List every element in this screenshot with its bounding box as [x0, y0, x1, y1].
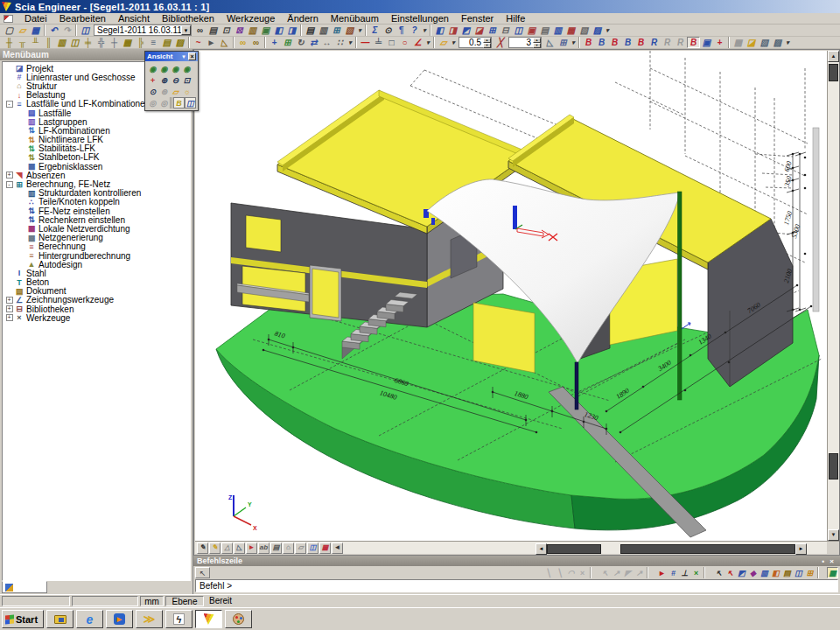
toolbar-button[interactable]: ↷: [60, 24, 74, 36]
scroll-thumb[interactable]: [829, 453, 838, 480]
toolbar-button[interactable]: ∷: [333, 37, 346, 48]
count-spinner[interactable]: 3 ▲▼: [508, 37, 542, 48]
toolbar-button[interactable]: R: [648, 37, 661, 48]
panel-close-icon[interactable]: ×: [827, 557, 836, 565]
snap-tool-button[interactable]: ╲: [554, 567, 565, 578]
viewport-tool-button[interactable]: ▦: [319, 542, 331, 554]
snap-tool-button[interactable]: ◩: [736, 567, 747, 578]
snap-tool-button[interactable]: ⊞: [804, 567, 816, 578]
toolbar-button[interactable]: ◫: [68, 37, 81, 48]
toolbar-button[interactable]: ⊞: [556, 37, 570, 48]
toolbar-button[interactable]: ▤: [160, 37, 173, 48]
scroll-left-icon[interactable]: ◄: [536, 543, 547, 555]
toolbar-button[interactable]: ▣: [525, 24, 538, 36]
toolbar-button[interactable]: ╫: [3, 37, 16, 48]
panel-tab[interactable]: [2, 581, 47, 593]
toolbar-button[interactable]: ◫: [512, 24, 525, 36]
snap-tool-button[interactable]: ╲: [542, 567, 554, 578]
tree-item[interactable]: ⇅ Nichtlineare LFK: [3, 136, 190, 144]
toolbar-button[interactable]: ▾: [424, 37, 431, 48]
vertical-scrollbar[interactable]: ▲ ▼: [827, 51, 839, 541]
taskbar-quick-switch[interactable]: ≫: [136, 610, 163, 628]
toolbar-button[interactable]: ▨: [591, 24, 604, 36]
toolbar-button[interactable]: ▨: [173, 37, 186, 48]
command-input[interactable]: Befehl >: [195, 579, 838, 592]
tree-item[interactable]: - ⊞ Berechnung, FE-Netz: [3, 179, 190, 188]
snap-tool-button[interactable]: ▦: [827, 567, 838, 578]
toolbar-button[interactable]: ~: [192, 37, 205, 48]
view-tool-button[interactable]: ◎: [158, 97, 170, 108]
tree-item[interactable]: + ∠ Zeichnungswerkzeuge: [3, 296, 190, 304]
toolbar-button[interactable]: ⊟: [499, 24, 512, 36]
tree-item[interactable]: ▲ Autodesign: [3, 260, 190, 269]
toolbar-button[interactable]: ▤: [538, 24, 551, 36]
toolbar-button[interactable]: ◪: [745, 37, 758, 48]
snap-tool-button[interactable]: ↖: [713, 567, 724, 578]
toolbar-button[interactable]: ▥: [317, 24, 330, 36]
toolbar-button[interactable]: ▣: [259, 24, 272, 36]
tree-item[interactable]: ▩ Netzgenerierung: [3, 234, 190, 242]
view-tool-button[interactable]: ◉: [158, 63, 170, 74]
snap-tool-button[interactable]: ×: [577, 567, 588, 578]
tree-item[interactable]: + ◥ Absenzen: [3, 171, 190, 179]
viewport-tool-button[interactable]: ◺: [234, 542, 245, 554]
toolbar-button[interactable]: ◧: [433, 24, 446, 36]
tree-item[interactable]: ⇅ Rechenkern einstellen: [3, 215, 190, 224]
toolbar-button[interactable]: B: [687, 37, 700, 48]
tree-item[interactable]: T Beton: [3, 278, 190, 287]
toolbar-button[interactable]: B: [634, 37, 648, 48]
toolbar-button[interactable]: ▱: [437, 37, 450, 48]
scroll-thumb[interactable]: [829, 64, 838, 81]
viewport-tool-button[interactable]: ⌂: [283, 542, 294, 554]
toolbar-button[interactable]: ∞: [249, 37, 262, 48]
toolbar-button[interactable]: ▾: [450, 37, 457, 48]
tree-item[interactable]: + × Werkzeuge: [3, 313, 190, 322]
viewport-tool-button[interactable]: △: [221, 542, 233, 554]
toolbar-button[interactable]: B: [595, 37, 608, 48]
scroll-thumb[interactable]: [547, 544, 601, 554]
toolbar-button[interactable]: ◨: [285, 24, 298, 36]
toolbar-button[interactable]: ▧: [758, 37, 771, 48]
snap-tool-button[interactable]: ×: [690, 567, 702, 578]
toolbar-button[interactable]: ▦: [564, 24, 578, 36]
toolbar-button[interactable]: ◺: [218, 37, 231, 48]
toolbar-button[interactable]: ▢: [3, 24, 16, 36]
toolbar-button[interactable]: ►: [205, 37, 218, 48]
viewport-tool-button[interactable]: ►: [246, 542, 257, 554]
viewport-tool-button[interactable]: ◄: [332, 542, 343, 554]
tree-item[interactable]: ▦ Ergebnisklassen: [3, 162, 190, 171]
toolbar-button[interactable]: ◨: [446, 24, 459, 36]
toolbar-button[interactable]: ⊞: [330, 24, 343, 36]
start-button[interactable]: Start: [2, 610, 44, 628]
toolbar-button[interactable]: ↔: [320, 37, 333, 48]
menu-item[interactable]: Ändern: [281, 13, 324, 24]
green-mast[interactable]: [678, 192, 682, 400]
view-tool-button[interactable]: ⊡: [181, 74, 192, 86]
toolbar-button[interactable]: —: [359, 37, 372, 48]
toolbar-button[interactable]: ▧: [578, 24, 591, 36]
toolbar-button[interactable]: ↻: [294, 37, 307, 48]
menu-item[interactable]: Einstellungen: [385, 13, 455, 24]
toolbar-button[interactable]: R: [674, 37, 687, 48]
toolbar-button[interactable]: ◧: [272, 24, 285, 36]
viewport-tool-button[interactable]: ab: [258, 542, 270, 554]
view-tool-button[interactable]: ◎: [147, 97, 158, 108]
toolbar-button[interactable]: ○: [398, 37, 411, 48]
scroll-right-icon[interactable]: ►: [795, 543, 807, 555]
scale-spinner[interactable]: 0.5 ▲▼: [458, 37, 492, 48]
toolbar-button[interactable]: ⊡: [220, 24, 233, 36]
menu-item[interactable]: Bibliotheken: [156, 13, 220, 24]
snap-tool-button[interactable]: #: [668, 567, 679, 578]
toolbar-button[interactable]: ╬: [94, 37, 108, 48]
snap-tool-button[interactable]: ▤: [781, 567, 793, 578]
viewport-tool-button[interactable]: ✎: [209, 542, 220, 554]
toolbar-button[interactable]: ▾: [421, 24, 428, 36]
snap-tool-button[interactable]: ⊥: [679, 567, 690, 578]
toolbar-button[interactable]: ◺: [543, 37, 556, 48]
toolbar-button[interactable]: ⊞: [281, 37, 294, 48]
toolbar-button[interactable]: ▥: [246, 24, 259, 36]
toolbar-button[interactable]: B: [582, 37, 595, 48]
snap-tool-button[interactable]: ◠: [565, 567, 577, 578]
toolbar-button[interactable]: ╪: [81, 37, 94, 48]
menu-item[interactable]: Ansicht: [112, 13, 156, 24]
